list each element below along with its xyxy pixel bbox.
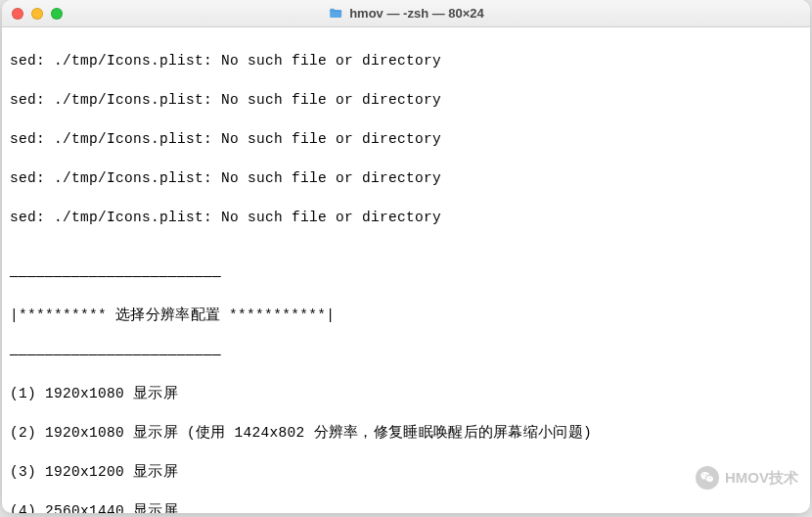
titlebar: hmov — -zsh — 80×24 xyxy=(2,0,810,27)
term-line: |********** 选择分辨率配置 ***********| xyxy=(10,306,802,325)
term-line: sed: ./tmp/Icons.plist: No such file or … xyxy=(10,129,802,149)
traffic-lights xyxy=(12,8,63,20)
close-button[interactable] xyxy=(12,8,23,20)
minimize-button[interactable] xyxy=(31,8,43,20)
term-line: (4) 2560x1440 显示屏 xyxy=(10,501,802,513)
term-line: ———————————————————————— xyxy=(10,345,802,364)
terminal-window: hmov — -zsh — 80×24 sed: ./tmp/Icons.pli… xyxy=(2,0,810,513)
window-title: hmov — -zsh — 80×24 xyxy=(328,6,484,22)
term-line: ———————————————————————— xyxy=(10,266,802,286)
terminal-body[interactable]: sed: ./tmp/Icons.plist: No such file or … xyxy=(2,27,810,513)
term-line: sed: ./tmp/Icons.plist: No such file or … xyxy=(10,208,802,227)
term-line: (1) 1920x1080 显示屏 xyxy=(10,384,802,403)
term-line: sed: ./tmp/Icons.plist: No such file or … xyxy=(10,51,802,70)
window-title-text: hmov — -zsh — 80×24 xyxy=(349,6,484,21)
zoom-button[interactable] xyxy=(51,8,63,20)
folder-icon xyxy=(328,6,343,22)
term-line: sed: ./tmp/Icons.plist: No such file or … xyxy=(10,168,802,188)
term-line: (3) 1920x1200 显示屏 xyxy=(10,462,802,482)
term-line: sed: ./tmp/Icons.plist: No such file or … xyxy=(10,90,802,110)
term-line: (2) 1920x1080 显示屏 (使用 1424x802 分辨率，修复睡眠唤… xyxy=(10,423,802,443)
